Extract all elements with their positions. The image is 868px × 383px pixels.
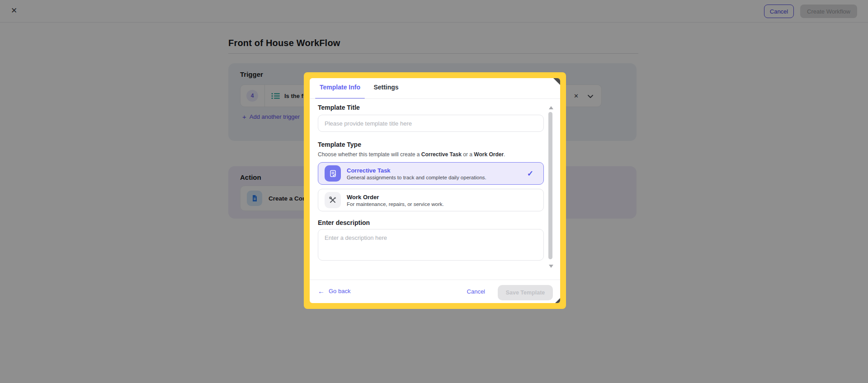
selected-check-icon: ✓ xyxy=(527,169,537,178)
go-back-link[interactable]: ← Go back xyxy=(318,287,350,295)
work-order-subtitle: For maintenance, repairs, or service wor… xyxy=(347,201,444,207)
tab-settings[interactable]: Settings xyxy=(373,84,400,98)
tab-template-info[interactable]: Template Info xyxy=(315,84,365,98)
modal-tabs: Template Info Settings xyxy=(310,84,560,98)
template-title-input[interactable] xyxy=(318,115,544,132)
desc-corrective-task: Corrective Task xyxy=(421,151,462,158)
go-back-label: Go back xyxy=(329,288,350,294)
back-arrow-icon: ← xyxy=(318,287,325,295)
desc-part: or a xyxy=(462,151,474,158)
scroll-up-arrow[interactable] xyxy=(549,106,553,109)
save-template-button[interactable]: Save Template xyxy=(498,285,553,300)
work-order-title: Work Order xyxy=(347,194,444,201)
option-corrective-task[interactable]: Corrective Task General assignments to t… xyxy=(318,162,544,185)
desc-part: Choose whether this template will create… xyxy=(318,151,421,158)
description-textarea[interactable] xyxy=(318,229,544,261)
corrective-task-subtitle: General assignments to track and complet… xyxy=(347,175,486,180)
tab-settings-label: Settings xyxy=(373,84,398,91)
option-work-order[interactable]: Work Order For maintenance, repairs, or … xyxy=(318,189,544,211)
work-order-tools-icon xyxy=(325,192,341,208)
scrollbar-thumb[interactable] xyxy=(548,112,552,259)
corrective-task-icon xyxy=(325,165,341,182)
template-type-description: Choose whether this template will create… xyxy=(318,151,505,158)
tab-template-info-label: Template Info xyxy=(320,84,360,91)
tabs-divider xyxy=(310,98,560,99)
scroll-down-arrow[interactable] xyxy=(549,265,553,268)
enter-description-label: Enter description xyxy=(318,219,370,226)
workflow-builder-screen: ✕ Cancel Create Workflow Front of House … xyxy=(0,0,868,383)
modal-highlight-frame: Template Info Settings Template Title Te… xyxy=(304,72,566,309)
corrective-task-title: Corrective Task xyxy=(347,167,486,174)
desc-part: . xyxy=(504,151,505,158)
modal-footer: ← Go back Cancel Save Template xyxy=(310,280,560,303)
template-modal: Template Info Settings Template Title Te… xyxy=(310,78,560,303)
desc-work-order: Work Order xyxy=(474,151,504,158)
modal-cancel-link[interactable]: Cancel xyxy=(467,288,485,295)
template-title-label: Template Title xyxy=(318,104,360,111)
template-type-label: Template Type xyxy=(318,141,361,148)
